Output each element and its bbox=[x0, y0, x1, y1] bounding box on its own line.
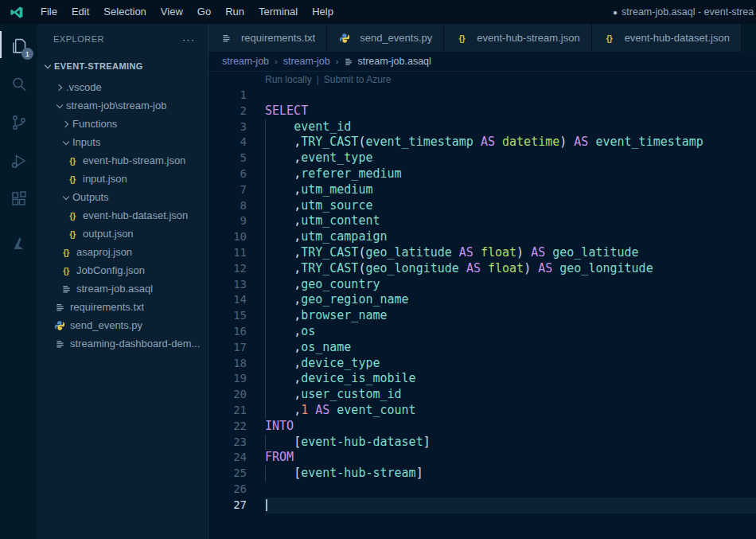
tree-item-input-json[interactable]: {} input.json bbox=[37, 170, 208, 188]
line-number[interactable]: 24 bbox=[208, 450, 247, 466]
code-line-content[interactable]: ,TRY_CAST(geo_latitude AS float) AS geo_… bbox=[265, 245, 756, 261]
code-line-content[interactable]: ,os_name bbox=[265, 340, 756, 356]
run-and-debug-icon[interactable] bbox=[0, 142, 37, 180]
line-number[interactable]: 21 bbox=[208, 403, 247, 419]
run-locally-link[interactable]: Run locally bbox=[265, 74, 312, 85]
code-editor[interactable]: Run locally | Submit to Azure 12SELECT3 … bbox=[208, 72, 756, 539]
tree-item-stream-job[interactable]: stream-job\stream-job bbox=[37, 96, 208, 115]
line-number[interactable]: 11 bbox=[208, 245, 247, 261]
code-line-content[interactable]: ,TRY_CAST(event_timestamp AS datetime) A… bbox=[265, 135, 756, 150]
tree-item-jobconfig-json[interactable]: {} JobConfig.json bbox=[37, 261, 208, 279]
line-number[interactable]: 22 bbox=[208, 419, 247, 435]
code-line-content[interactable]: SELECT bbox=[265, 104, 756, 119]
chevron-right-icon bbox=[53, 85, 66, 90]
line-number[interactable]: 26 bbox=[208, 482, 247, 498]
code-line-content[interactable]: ,event_type bbox=[265, 150, 756, 166]
code-line-content[interactable] bbox=[265, 88, 756, 104]
code-line-content[interactable]: event_id bbox=[265, 119, 756, 135]
line-number[interactable]: 10 bbox=[208, 229, 247, 245]
line-number[interactable]: 8 bbox=[208, 198, 247, 214]
tree-item-inputs[interactable]: Inputs bbox=[37, 133, 208, 151]
code-line-content[interactable] bbox=[265, 482, 756, 498]
line-number[interactable]: 16 bbox=[208, 324, 247, 340]
source-control-icon[interactable] bbox=[0, 104, 37, 142]
line-number[interactable]: 3 bbox=[208, 119, 247, 135]
line-number[interactable]: 20 bbox=[208, 387, 247, 403]
tree-item-functions[interactable]: Functions bbox=[37, 115, 208, 133]
tab-event-hub-dataset-json[interactable]: {} event-hub-dataset.json bbox=[592, 24, 742, 52]
code-line-content[interactable]: ,device_is_mobile bbox=[265, 371, 756, 387]
code-line-content[interactable]: FROM bbox=[265, 450, 756, 466]
line-number[interactable]: 25 bbox=[208, 466, 247, 482]
line-number[interactable]: 6 bbox=[208, 166, 247, 182]
tree-item-requirements-txt[interactable]: requirements.txt bbox=[37, 298, 208, 316]
line-number[interactable]: 4 bbox=[208, 135, 247, 150]
menu-run[interactable]: Run bbox=[218, 0, 251, 24]
code-line-content[interactable]: ,1 AS event_count bbox=[265, 403, 756, 419]
code-line-content[interactable]: ,os bbox=[265, 324, 756, 340]
code-line-content[interactable]: ,utm_campaign bbox=[265, 229, 756, 245]
menu-file[interactable]: File bbox=[33, 0, 64, 24]
azure-icon[interactable] bbox=[0, 225, 37, 263]
tree-item-vscode[interactable]: .vscode bbox=[37, 78, 208, 96]
line-number[interactable]: 27 bbox=[208, 498, 247, 514]
code-line-content[interactable]: ,utm_source bbox=[265, 198, 756, 214]
breadcrumb-file[interactable]: stream-job.asaql bbox=[344, 56, 431, 67]
tab-event-hub-stream-json[interactable]: {} event-hub-stream.json bbox=[444, 24, 591, 52]
code-line-content[interactable]: [event-hub-dataset] bbox=[265, 435, 756, 451]
submit-to-azure-link[interactable]: Submit to Azure bbox=[324, 74, 392, 85]
workspace-root[interactable]: EVENT-STREAMING bbox=[37, 57, 208, 75]
line-number[interactable]: 19 bbox=[208, 371, 247, 387]
python-file-icon bbox=[53, 320, 66, 331]
menu-view[interactable]: View bbox=[154, 0, 190, 24]
menu-go[interactable]: Go bbox=[190, 0, 218, 24]
more-actions-icon[interactable]: ··· bbox=[182, 33, 195, 45]
menu-selection[interactable]: Selection bbox=[96, 0, 153, 24]
breadcrumb-folder[interactable]: stream-job bbox=[222, 56, 269, 67]
tree-item-event-hub-stream-json[interactable]: {} event-hub-stream.json bbox=[37, 151, 208, 170]
code-line-content[interactable] bbox=[265, 498, 756, 514]
tab-requirements-txt[interactable]: requirements.txt bbox=[208, 24, 327, 52]
code-lines: 12SELECT3 event_id4 ,TRY_CAST(event_time… bbox=[208, 88, 756, 514]
line-number[interactable]: 7 bbox=[208, 182, 247, 198]
menu-terminal[interactable]: Terminal bbox=[251, 0, 305, 24]
line-number[interactable]: 1 bbox=[208, 88, 247, 104]
line-number[interactable]: 12 bbox=[208, 261, 247, 277]
tree-item-asaproj-json[interactable]: {} asaproj.json bbox=[37, 243, 208, 261]
tree-item-outputs[interactable]: Outputs bbox=[37, 188, 208, 206]
line-number[interactable]: 13 bbox=[208, 277, 247, 293]
extensions-icon[interactable] bbox=[0, 180, 37, 218]
tree-item-output-json[interactable]: {} output.json bbox=[37, 225, 208, 243]
code-line-content[interactable]: ,browser_name bbox=[265, 308, 756, 324]
json-file-icon: {} bbox=[60, 248, 72, 257]
code-line-content[interactable]: ,TRY_CAST(geo_longitude AS float) AS geo… bbox=[265, 261, 756, 277]
line-number[interactable]: 23 bbox=[208, 435, 247, 451]
code-line-content[interactable]: ,geo_country bbox=[265, 277, 756, 293]
code-line-content[interactable]: ,utm_content bbox=[265, 213, 756, 229]
line-number[interactable]: 5 bbox=[208, 150, 247, 166]
line-number[interactable]: 9 bbox=[208, 213, 247, 229]
code-line-content[interactable]: ,device_type bbox=[265, 356, 756, 372]
tab-send-events-py[interactable]: send_events.py bbox=[327, 24, 444, 52]
tree-item-streaming-dashboard[interactable]: streaming-dashboard-dem... bbox=[37, 334, 208, 353]
search-icon[interactable] bbox=[0, 65, 37, 104]
explorer-icon[interactable]: 1 bbox=[0, 27, 37, 65]
code-line-content[interactable]: INTO bbox=[265, 419, 756, 435]
code-line-content[interactable]: ,geo_region_name bbox=[265, 292, 756, 308]
code-line-content[interactable]: [event-hub-stream] bbox=[265, 466, 756, 482]
code-line-content[interactable]: ,user_custom_id bbox=[265, 387, 756, 403]
code-line-content[interactable]: ,referer_medium bbox=[265, 166, 756, 182]
menu-edit[interactable]: Edit bbox=[64, 0, 96, 24]
tree-item-event-hub-dataset-json[interactable]: {} event-hub-dataset.json bbox=[37, 206, 208, 225]
breadcrumb-folder[interactable]: stream-job bbox=[283, 56, 330, 67]
tree-item-send-events-py[interactable]: send_events.py bbox=[37, 316, 208, 334]
tree-item-stream-job-asaql[interactable]: stream-job.asaql bbox=[37, 279, 208, 298]
line-number[interactable]: 18 bbox=[208, 356, 247, 372]
line-number[interactable]: 17 bbox=[208, 340, 247, 356]
line-number[interactable]: 15 bbox=[208, 308, 247, 324]
line-number[interactable]: 2 bbox=[208, 104, 247, 119]
vscode-logo-icon bbox=[9, 5, 24, 20]
code-line-content[interactable]: ,utm_medium bbox=[265, 182, 756, 198]
line-number[interactable]: 14 bbox=[208, 292, 247, 308]
menu-help[interactable]: Help bbox=[305, 0, 341, 24]
